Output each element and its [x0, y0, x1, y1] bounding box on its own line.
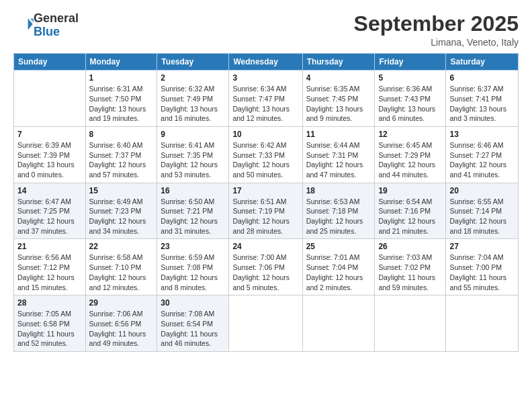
month-title: September 2025: [354, 12, 519, 36]
calendar-cell: 28Sunrise: 7:05 AM Sunset: 6:58 PM Dayli…: [14, 295, 86, 352]
day-number: 14: [17, 186, 82, 195]
calendar-cell: 4Sunrise: 6:35 AM Sunset: 7:45 PM Daylig…: [302, 71, 375, 127]
logo-icon: [15, 15, 34, 34]
day-info: Sunrise: 6:40 AM Sunset: 7:37 PM Dayligh…: [89, 140, 154, 180]
day-info: Sunrise: 6:59 AM Sunset: 7:08 PM Dayligh…: [161, 253, 225, 292]
day-number: 1: [89, 73, 154, 83]
day-info: Sunrise: 6:46 AM Sunset: 7:27 PM Dayligh…: [449, 140, 515, 180]
location: Limana, Veneto, Italy: [354, 37, 519, 48]
calendar-cell: [375, 295, 446, 352]
day-number: 26: [378, 242, 442, 251]
day-number: 27: [449, 242, 515, 251]
calendar-cell: 14Sunrise: 6:47 AM Sunset: 7:25 PM Dayli…: [14, 183, 86, 239]
day-number: 30: [161, 298, 225, 308]
day-info: Sunrise: 6:58 AM Sunset: 7:10 PM Dayligh…: [89, 253, 154, 292]
header: General Blue September 2025 Limana, Vene…: [13, 12, 519, 48]
calendar: SundayMondayTuesdayWednesdayThursdayFrid…: [13, 53, 519, 352]
calendar-cell: 25Sunrise: 7:01 AM Sunset: 7:04 PM Dayli…: [302, 239, 375, 295]
calendar-cell: 9Sunrise: 6:41 AM Sunset: 7:35 PM Daylig…: [157, 126, 229, 183]
weekday-header-wednesday: Wednesday: [229, 54, 302, 71]
calendar-cell: 19Sunrise: 6:54 AM Sunset: 7:16 PM Dayli…: [375, 183, 446, 239]
calendar-cell: 16Sunrise: 6:50 AM Sunset: 7:21 PM Dayli…: [157, 183, 229, 239]
day-info: Sunrise: 6:55 AM Sunset: 7:14 PM Dayligh…: [449, 197, 515, 236]
week-row-4: 28Sunrise: 7:05 AM Sunset: 6:58 PM Dayli…: [14, 295, 519, 352]
day-info: Sunrise: 6:51 AM Sunset: 7:19 PM Dayligh…: [232, 197, 298, 236]
day-number: 12: [378, 130, 442, 139]
calendar-cell: 30Sunrise: 7:08 AM Sunset: 6:54 PM Dayli…: [157, 295, 229, 352]
logo-line1: General: [34, 11, 79, 25]
calendar-cell: 27Sunrise: 7:04 AM Sunset: 7:00 PM Dayli…: [446, 239, 519, 295]
calendar-cell: 17Sunrise: 6:51 AM Sunset: 7:19 PM Dayli…: [229, 183, 302, 239]
day-info: Sunrise: 6:53 AM Sunset: 7:18 PM Dayligh…: [306, 197, 371, 236]
calendar-cell: [229, 295, 302, 352]
calendar-cell: 2Sunrise: 6:32 AM Sunset: 7:49 PM Daylig…: [157, 71, 229, 127]
day-info: Sunrise: 7:05 AM Sunset: 6:58 PM Dayligh…: [17, 309, 82, 349]
day-info: Sunrise: 7:08 AM Sunset: 6:54 PM Dayligh…: [161, 309, 225, 349]
day-number: 25: [306, 242, 371, 251]
calendar-cell: 5Sunrise: 6:36 AM Sunset: 7:43 PM Daylig…: [375, 71, 446, 127]
day-number: 10: [232, 130, 298, 139]
day-number: 3: [232, 73, 298, 83]
calendar-cell: 13Sunrise: 6:46 AM Sunset: 7:27 PM Dayli…: [446, 126, 519, 183]
day-number: 2: [161, 73, 225, 83]
day-info: Sunrise: 7:01 AM Sunset: 7:04 PM Dayligh…: [306, 253, 371, 292]
calendar-cell: 23Sunrise: 6:59 AM Sunset: 7:08 PM Dayli…: [157, 239, 229, 295]
day-info: Sunrise: 6:49 AM Sunset: 7:23 PM Dayligh…: [89, 197, 154, 236]
day-info: Sunrise: 6:50 AM Sunset: 7:21 PM Dayligh…: [161, 197, 225, 236]
logo-line2: Blue: [34, 25, 60, 38]
calendar-cell: 10Sunrise: 6:42 AM Sunset: 7:33 PM Dayli…: [229, 126, 302, 183]
day-info: Sunrise: 7:03 AM Sunset: 7:02 PM Dayligh…: [378, 253, 442, 292]
calendar-cell: 11Sunrise: 6:44 AM Sunset: 7:31 PM Dayli…: [302, 126, 375, 183]
calendar-cell: [14, 71, 86, 127]
weekday-header-friday: Friday: [375, 54, 446, 71]
calendar-cell: 15Sunrise: 6:49 AM Sunset: 7:23 PM Dayli…: [85, 183, 157, 239]
page: General Blue September 2025 Limana, Vene…: [0, 0, 532, 411]
calendar-cell: [446, 295, 519, 352]
day-info: Sunrise: 6:34 AM Sunset: 7:47 PM Dayligh…: [232, 84, 298, 124]
day-number: 6: [449, 73, 515, 83]
day-number: 17: [232, 186, 298, 195]
calendar-cell: 22Sunrise: 6:58 AM Sunset: 7:10 PM Dayli…: [85, 239, 157, 295]
calendar-cell: 3Sunrise: 6:34 AM Sunset: 7:47 PM Daylig…: [229, 71, 302, 127]
title-block: September 2025 Limana, Veneto, Italy: [354, 12, 519, 48]
day-number: 23: [161, 242, 225, 251]
day-info: Sunrise: 7:04 AM Sunset: 7:00 PM Dayligh…: [449, 253, 515, 292]
day-info: Sunrise: 6:54 AM Sunset: 7:16 PM Dayligh…: [378, 197, 442, 236]
weekday-header-monday: Monday: [85, 54, 157, 71]
calendar-cell: 6Sunrise: 6:37 AM Sunset: 7:41 PM Daylig…: [446, 71, 519, 127]
weekday-header-thursday: Thursday: [302, 54, 375, 71]
weekday-header-row: SundayMondayTuesdayWednesdayThursdayFrid…: [14, 54, 519, 71]
day-info: Sunrise: 6:44 AM Sunset: 7:31 PM Dayligh…: [306, 140, 371, 180]
day-info: Sunrise: 6:56 AM Sunset: 7:12 PM Dayligh…: [17, 253, 82, 292]
day-info: Sunrise: 6:47 AM Sunset: 7:25 PM Dayligh…: [17, 197, 82, 236]
day-info: Sunrise: 7:06 AM Sunset: 6:56 PM Dayligh…: [89, 309, 154, 349]
day-info: Sunrise: 6:45 AM Sunset: 7:29 PM Dayligh…: [378, 140, 442, 180]
calendar-cell: 1Sunrise: 6:31 AM Sunset: 7:50 PM Daylig…: [85, 71, 157, 127]
day-number: 24: [232, 242, 298, 251]
week-row-3: 21Sunrise: 6:56 AM Sunset: 7:12 PM Dayli…: [14, 239, 519, 295]
day-number: 11: [306, 130, 371, 139]
day-info: Sunrise: 6:41 AM Sunset: 7:35 PM Dayligh…: [161, 140, 225, 180]
day-info: Sunrise: 6:31 AM Sunset: 7:50 PM Dayligh…: [89, 84, 154, 124]
logo: General Blue: [13, 12, 79, 39]
calendar-cell: 7Sunrise: 6:39 AM Sunset: 7:39 PM Daylig…: [14, 126, 86, 183]
calendar-cell: 24Sunrise: 7:00 AM Sunset: 7:06 PM Dayli…: [229, 239, 302, 295]
day-number: 13: [449, 130, 515, 139]
calendar-cell: 20Sunrise: 6:55 AM Sunset: 7:14 PM Dayli…: [446, 183, 519, 239]
day-number: 28: [17, 298, 82, 308]
week-row-1: 7Sunrise: 6:39 AM Sunset: 7:39 PM Daylig…: [14, 126, 519, 183]
day-number: 15: [89, 186, 154, 195]
day-number: 29: [89, 298, 154, 308]
day-number: 22: [89, 242, 154, 251]
day-number: 5: [378, 73, 442, 83]
calendar-cell: [302, 295, 375, 352]
day-info: Sunrise: 6:36 AM Sunset: 7:43 PM Dayligh…: [378, 84, 442, 124]
week-row-0: 1Sunrise: 6:31 AM Sunset: 7:50 PM Daylig…: [14, 71, 519, 127]
day-number: 9: [161, 130, 225, 139]
logo-text: General Blue: [34, 12, 79, 39]
calendar-cell: 26Sunrise: 7:03 AM Sunset: 7:02 PM Dayli…: [375, 239, 446, 295]
day-number: 16: [161, 186, 225, 195]
day-info: Sunrise: 6:37 AM Sunset: 7:41 PM Dayligh…: [449, 84, 515, 124]
day-info: Sunrise: 6:32 AM Sunset: 7:49 PM Dayligh…: [161, 84, 225, 124]
day-info: Sunrise: 6:39 AM Sunset: 7:39 PM Dayligh…: [17, 140, 82, 180]
